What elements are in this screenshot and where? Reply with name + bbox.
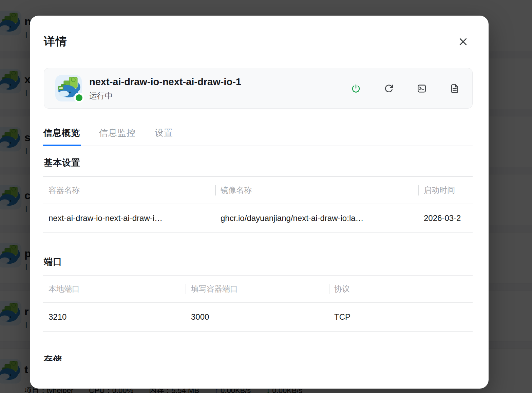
- modal-title: 详情: [44, 34, 68, 49]
- table-row: next-ai-draw-io-next-ai-draw-i… ghcr.io/…: [43, 204, 473, 233]
- close-button[interactable]: [454, 34, 472, 49]
- col-container-name: 容器名称: [43, 185, 215, 195]
- terminal-button[interactable]: [414, 80, 430, 97]
- terminal-icon: [417, 84, 426, 93]
- table-row: 3210 3000 TCP: [43, 303, 473, 332]
- ports-table: 本地端口 填写容器端口 协议 3210 3000 TCP: [43, 275, 473, 332]
- storage-heading: 存储: [44, 354, 62, 361]
- container-name: next-ai-draw-io-next-ai-draw-io-1: [89, 76, 241, 88]
- cell-local-port: 3210: [43, 312, 186, 322]
- tab-info-overview[interactable]: 信息概览: [43, 127, 80, 139]
- col-container-port: 填写容器端口: [186, 284, 329, 294]
- table-header-row: 本地端口 填写容器端口 协议: [43, 275, 473, 303]
- cell-container-port: 3000: [186, 312, 329, 322]
- ports-heading: 端口: [44, 256, 62, 268]
- logs-document-icon: [450, 84, 459, 93]
- restart-button[interactable]: [381, 80, 397, 97]
- power-icon: [351, 84, 361, 93]
- power-button[interactable]: [348, 80, 364, 97]
- cell-protocol: TCP: [329, 312, 473, 322]
- basic-settings-table: 容器名称 镜像名称 启动时间 next-ai-draw-io-next-ai-d…: [43, 176, 473, 233]
- restart-icon: [384, 84, 394, 93]
- tab-settings[interactable]: 设置: [155, 127, 173, 139]
- col-local-port: 本地端口: [43, 284, 186, 294]
- cell-container-name: next-ai-draw-io-next-ai-draw-i…: [43, 213, 215, 223]
- col-image-name: 镜像名称: [215, 185, 418, 195]
- container-actions: [348, 80, 463, 97]
- tab-info-monitoring[interactable]: 信息监控: [99, 127, 136, 139]
- basic-settings-heading: 基本设置: [44, 157, 80, 169]
- table-header-row: 容器名称 镜像名称 启动时间: [43, 176, 473, 204]
- container-summary-card: XII next-ai-draw-io-next-ai-draw-io-1 运行…: [44, 68, 473, 109]
- container-status: 运行中: [89, 91, 113, 101]
- logs-button[interactable]: [446, 80, 463, 97]
- cell-start-time: 2026-03-2: [418, 213, 473, 223]
- icon-badge: XII: [58, 86, 63, 90]
- col-start-time: 启动时间: [418, 185, 473, 195]
- close-icon: [458, 37, 468, 47]
- running-status-dot: [74, 93, 84, 103]
- detail-tabs: 信息概览 信息监控 设置: [43, 127, 473, 146]
- col-protocol: 协议: [329, 284, 473, 294]
- cell-image-name: ghcr.io/dayuanjiang/next-ai-draw-io:la…: [215, 213, 418, 223]
- container-details-modal: 详情 XII next-ai-draw-io-next-ai-draw-io-1…: [30, 16, 489, 389]
